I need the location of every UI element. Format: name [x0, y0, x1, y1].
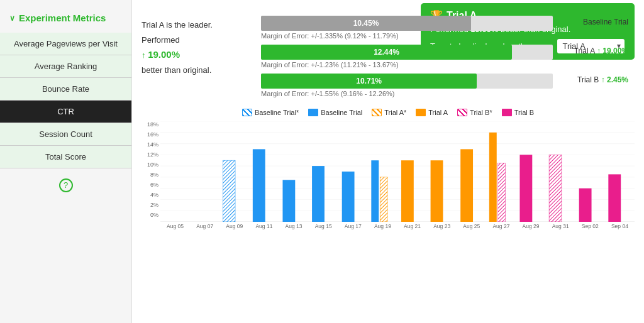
bar-sep04-trial-b: [608, 174, 621, 222]
bar-margin-trial-b: Margin of Error: +/-1.55% (9.16% - 12.26…: [261, 90, 635, 97]
sidebar-title: ∨ Experiment Metrics: [0, 6, 131, 33]
chevron-down-icon: ∨: [9, 14, 15, 23]
bar-aug19-baseline: [371, 160, 379, 222]
bar-row-trial-b: 10.71% Trial B ↑ 2.45% Margin of Error: …: [261, 74, 635, 97]
chart-legend: Baseline Trial* Baseline Trial Trial A* …: [142, 109, 635, 116]
bar-aug19-trial-a-star: [380, 177, 387, 222]
legend-trial-b-star: Trial B*: [457, 109, 492, 116]
legend-trial-b: Trial B: [502, 109, 534, 116]
sidebar-item-bounce-rate[interactable]: Bounce Rate: [0, 78, 131, 101]
legend-baseline: Baseline Trial: [308, 109, 362, 116]
legend-color-trial-a-star: [372, 109, 382, 116]
help-icon[interactable]: ?: [0, 168, 131, 202]
sidebar-item-session-count[interactable]: Session Count: [0, 123, 131, 146]
legend-color-baseline-star: [242, 109, 252, 116]
bar-container-trial-a: 12.44%: [261, 45, 553, 60]
bar-aug17-baseline: [342, 172, 355, 222]
bar-fill-baseline: 10.45%: [261, 16, 471, 31]
legend-label-baseline-star: Baseline Trial*: [255, 109, 299, 116]
main-content: 🏆 Trial A Performed 19.00% better than o…: [132, 0, 644, 323]
legend-color-trial-b-star: [457, 109, 467, 116]
bar-chart-svg: [160, 121, 635, 222]
bar-aug21-trial-a: [401, 160, 414, 222]
bar-container-trial-b: 10.71%: [261, 74, 553, 89]
bar-container-baseline: 10.45%: [261, 16, 553, 31]
sidebar-item-total-score[interactable]: Total Score: [0, 146, 131, 168]
bar-aug29-trial-b: [519, 155, 532, 222]
legend-label-trial-b-star: Trial B*: [470, 109, 492, 116]
chart-wrapper: 18% 16% 14% 12% 10% 8% 6% 4% 2% 0%: [142, 121, 635, 229]
bar-margin-trial-a: Margin of Error: +/-1.23% (11.21% - 13.6…: [261, 61, 635, 68]
bar-aug23-trial-a: [431, 160, 443, 222]
bar-wrapper-trial-b: 10.71% Trial B ↑ 2.45%: [261, 74, 553, 89]
sidebar-title-label: Experiment Metrics: [19, 13, 106, 23]
y-axis: 18% 16% 14% 12% 10% 8% 6% 4% 2% 0%: [142, 121, 160, 229]
bar-aug31-trial-b-star: [549, 155, 562, 222]
legend-trial-a: Trial A: [416, 109, 448, 116]
bar-side-label-baseline: Baseline Trial: [583, 18, 628, 26]
legend-trial-a-star: Trial A*: [372, 109, 406, 116]
bar-aug09-baseline-star: [223, 160, 235, 222]
sidebar-item-avg-pageviews[interactable]: Average Pageviews per Visit: [0, 33, 131, 55]
bar-aug15-baseline: [312, 166, 325, 222]
bar-aug27-trial-a: [489, 133, 497, 222]
bar-aug11-baseline: [253, 149, 265, 222]
bar-fill-trial-a: 12.44%: [261, 45, 512, 60]
bar-side-label-trial-b: Trial B ↑ 2.45%: [577, 75, 628, 84]
chart-plot: Aug 05 Aug 07 Aug 09 Aug 11 Aug 13 Aug 1…: [160, 121, 635, 229]
chart-area: Baseline Trial* Baseline Trial Trial A* …: [142, 109, 635, 229]
sidebar: ∨ Experiment Metrics Average Pageviews p…: [0, 0, 132, 323]
legend-label-baseline: Baseline Trial: [321, 109, 362, 116]
bar-wrapper-trial-a: 12.44% Trial A ↑ 19.00%: [261, 45, 553, 60]
bar-side-label-trial-a: Trial A ↑ 19.00%: [574, 47, 628, 55]
bar-fill-trial-b: 10.71%: [261, 74, 477, 89]
legend-baseline-star: Baseline Trial*: [242, 109, 299, 116]
bar-aug27-trial-b-star: [498, 163, 506, 222]
bar-sep02-trial-b: [579, 189, 592, 222]
bar-aug13-baseline: [282, 180, 295, 222]
legend-color-baseline: [308, 109, 318, 116]
legend-label-trial-b: Trial B: [514, 109, 534, 116]
x-axis-labels: Aug 05 Aug 07 Aug 09 Aug 11 Aug 13 Aug 1…: [160, 223, 635, 229]
leader-description: Trial A is the leader. Performed ↑ 19.00…: [142, 13, 255, 102]
bar-wrapper-baseline: 10.45% Baseline Trial: [261, 16, 553, 31]
legend-color-trial-b: [502, 109, 512, 116]
legend-label-trial-a-star: Trial A*: [384, 109, 406, 116]
sidebar-item-avg-ranking[interactable]: Average Ranking: [0, 55, 131, 78]
legend-label-trial-a: Trial A: [428, 109, 448, 116]
bar-aug25-trial-a: [460, 149, 473, 222]
legend-color-trial-a: [416, 109, 426, 116]
sidebar-item-ctr[interactable]: CTR: [0, 101, 131, 123]
